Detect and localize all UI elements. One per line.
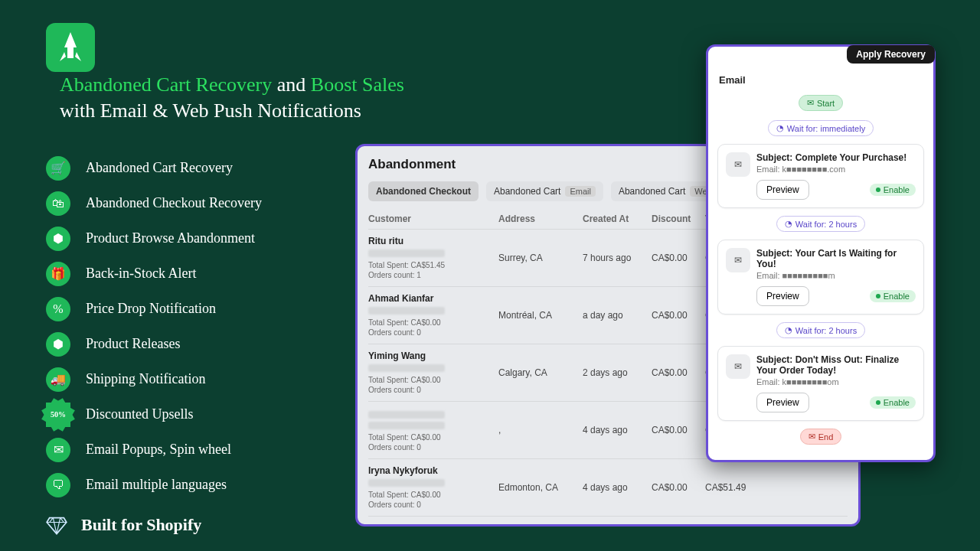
- burst-icon: 50%: [46, 403, 70, 427]
- feature-item: ✉Email Popups, Spin wheel: [46, 438, 352, 462]
- card-email: Email: k■■■■■■■■.com: [756, 165, 916, 174]
- diamond-icon: [46, 514, 67, 536]
- card-subject: Subject: Don't Miss Out: Finalize Your O…: [756, 354, 916, 376]
- flow-wait: ◔ Wait for: 2 hours: [776, 322, 865, 338]
- app-logo: [46, 23, 95, 72]
- card-subject: Subject: Your Cart Is Waiting for You!: [756, 248, 916, 269]
- flow-panel: Apply Recovery Email ✉ Start ◔ Wait for:…: [706, 44, 936, 462]
- preview-button[interactable]: Preview: [756, 180, 809, 200]
- table-row[interactable]: Iryna NykyforukTotal Spent: CA$0.00Order…: [368, 458, 848, 516]
- headline: Abandoned Cart Recovery and Boost Sales …: [60, 72, 481, 124]
- truck-icon: 🚚: [46, 367, 70, 392]
- enable-badge[interactable]: Enable: [870, 396, 916, 409]
- preview-button[interactable]: Preview: [756, 393, 809, 412]
- box-icon: ⬢: [46, 227, 70, 251]
- feature-item: ⬢Product Browse Abandonment: [46, 227, 352, 251]
- percent-icon: %: [46, 297, 70, 321]
- cart-icon: 🛒: [46, 156, 70, 181]
- feature-list: 🛒Abandoned Cart Recovery 🛍Abandoned Chec…: [46, 156, 352, 497]
- feature-item: 🛒Abandoned Cart Recovery: [46, 156, 352, 181]
- enable-badge[interactable]: Enable: [870, 290, 916, 302]
- flow-end: ✉ End: [800, 429, 842, 445]
- box-icon: ⬢: [46, 332, 70, 357]
- flow-heading: Email: [719, 74, 924, 86]
- tab-abandoned-checkout[interactable]: Abandoned Checkout: [368, 181, 479, 201]
- flow-card: ✉ Subject: Don't Miss Out: Finalize Your…: [717, 346, 924, 421]
- flow-wait: ◔ Wait for: immediately: [768, 120, 874, 136]
- rocket-icon: [55, 31, 86, 64]
- mail-icon: ✉: [726, 152, 750, 177]
- apply-recovery-button[interactable]: Apply Recovery: [847, 45, 935, 64]
- feature-item: ⬢Product Releases: [46, 332, 352, 357]
- feature-item: %Price Drop Notification: [46, 297, 352, 321]
- table-row[interactable]: Total Spent: CA$0.00Orders count: 0,4 da…: [368, 516, 848, 527]
- globe-icon: 🗨: [46, 473, 70, 497]
- enable-badge[interactable]: Enable: [870, 184, 916, 196]
- built-for-shopify: Built for Shopify: [46, 514, 352, 536]
- flow-start: ✉ Start: [799, 95, 843, 111]
- flow-wait: ◔ Wait for: 2 hours: [776, 216, 865, 232]
- card-email: Email: ■■■■■■■■■m: [756, 271, 916, 280]
- tab-abandoned-cart-email[interactable]: Abandoned CartEmail: [486, 181, 603, 201]
- card-subject: Subject: Complete Your Purchase!: [756, 152, 916, 163]
- mail-icon: ✉: [726, 248, 750, 272]
- card-email: Email: k■■■■■■■■om: [756, 377, 916, 386]
- flow-card: ✉ Subject: Your Cart Is Waiting for You!…: [717, 240, 924, 315]
- gift-icon: 🎁: [46, 262, 70, 286]
- checkout-icon: 🛍: [46, 191, 70, 216]
- flow-card: ✉ Subject: Complete Your Purchase! Email…: [717, 144, 924, 208]
- feature-item: 50%Discounted Upsells: [46, 403, 352, 427]
- mail-icon: ✉: [726, 354, 750, 379]
- feature-item: 🚚Shipping Notification: [46, 367, 352, 392]
- preview-button[interactable]: Preview: [756, 286, 809, 306]
- mail-icon: ✉: [46, 438, 70, 462]
- feature-item: 🎁Back-in-Stock Alert: [46, 262, 352, 286]
- feature-item: 🗨Email multiple languages: [46, 473, 352, 497]
- feature-item: 🛍Abandoned Checkout Recovery: [46, 191, 352, 216]
